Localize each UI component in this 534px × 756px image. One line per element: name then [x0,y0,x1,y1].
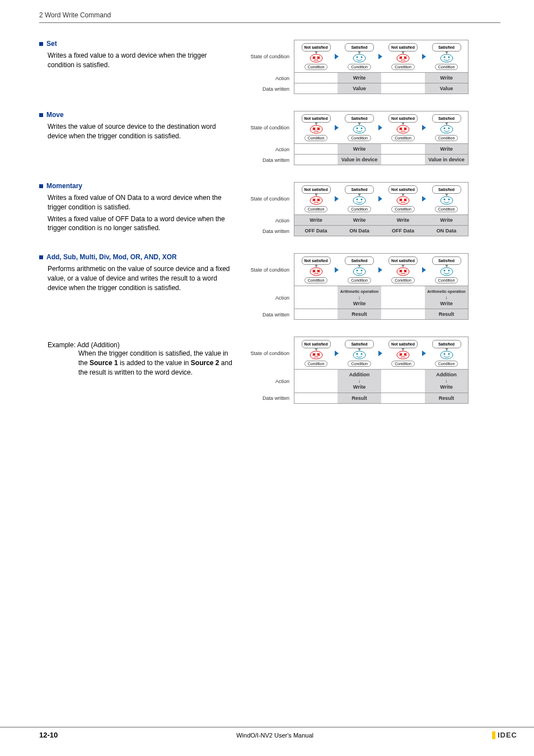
svg-point-16 [310,125,322,133]
face-x-icon [396,54,410,63]
move-title: Move [46,111,64,119]
face-ok-icon [352,54,367,63]
section-arith: Add, Sub, Multi, Div, Mod, OR, AND, XOR … [39,253,500,320]
svg-point-8 [397,54,409,62]
move-desc: Writes the value of source device to the… [39,122,232,141]
svg-point-78 [443,353,445,355]
footer-title: WindO/I-NV2 User's Manual [236,732,313,739]
row-label: Data written [238,83,294,94]
svg-point-63 [448,270,449,272]
svg-point-40 [397,197,409,204]
svg-point-79 [448,353,449,355]
svg-point-6 [357,57,358,58]
svg-point-39 [361,199,363,200]
momentary-desc1: Writes a fixed value of ON Data to a wor… [48,193,232,212]
page-footer: 12-10 WindO/I-NV2 User's Manual IDEC [0,727,534,739]
svg-point-29 [441,125,453,133]
svg-point-0 [310,54,322,62]
example-diagram: State of condition Not satisfiedConditio… [238,337,500,403]
svg-point-32 [310,197,322,204]
set-diagram: State of condition Not satisfiedConditio… [238,40,500,94]
svg-point-30 [443,128,445,129]
svg-point-55 [361,270,363,272]
bullet-icon [39,42,43,46]
svg-point-71 [361,353,363,355]
svg-point-7 [361,57,363,58]
face-x-icon [309,54,324,63]
move-diagram: State of condition Not satisfiedConditio… [238,111,500,165]
example-text: Example: Add (Addition) When the trigger… [39,341,232,377]
svg-point-14 [443,57,445,58]
momentary-diagram: State of condition Not satisfiedConditio… [238,182,500,236]
svg-point-62 [443,270,445,272]
momentary-desc2: Writes a fixed value of OFF Data to a wo… [48,214,232,234]
svg-point-5 [353,54,366,62]
page-header: 2 Word Write Command [39,11,500,23]
svg-point-47 [448,199,449,200]
svg-point-15 [448,57,449,58]
bullet-icon [39,113,43,117]
svg-point-77 [441,351,453,359]
svg-point-70 [357,353,358,355]
section-momentary: Momentary Writes a fixed value of ON Dat… [39,182,500,236]
arith-title: Add, Sub, Multi, Div, Mod, OR, AND, XOR [46,253,177,261]
svg-point-46 [443,199,445,200]
svg-point-38 [357,199,358,200]
svg-point-45 [441,197,453,204]
bullet-icon [39,255,43,259]
row-label: Action [238,73,294,83]
brand-logo: IDEC [492,731,517,739]
svg-point-64 [310,351,322,359]
momentary-title: Momentary [46,182,82,190]
section-set: Set Writes a fixed value to a word devic… [39,40,500,94]
svg-point-72 [397,351,409,359]
bullet-icon [39,184,43,188]
arith-diagram: State of condition Not satisfiedConditio… [238,253,500,320]
svg-point-69 [353,351,366,359]
svg-point-23 [361,128,363,129]
set-title: Set [46,40,57,48]
row-label: State of condition [238,40,294,73]
section-example: Example: Add (Addition) When the trigger… [39,337,500,403]
svg-point-31 [448,128,449,129]
svg-point-21 [353,125,366,133]
svg-point-37 [353,197,366,204]
svg-point-53 [353,268,366,276]
svg-point-13 [441,54,453,62]
svg-point-22 [357,128,358,129]
section-move: Move Writes the value of source device t… [39,111,500,165]
page-number: 12-10 [39,731,58,739]
set-desc: Writes a fixed value to a word device wh… [39,51,232,70]
face-ok-icon [439,54,454,63]
svg-point-61 [441,268,453,276]
svg-point-56 [397,268,409,276]
arith-desc: Performs arithmetic on the value of sour… [39,264,232,292]
svg-point-48 [310,268,322,276]
svg-point-54 [357,270,358,272]
svg-point-24 [397,125,409,133]
